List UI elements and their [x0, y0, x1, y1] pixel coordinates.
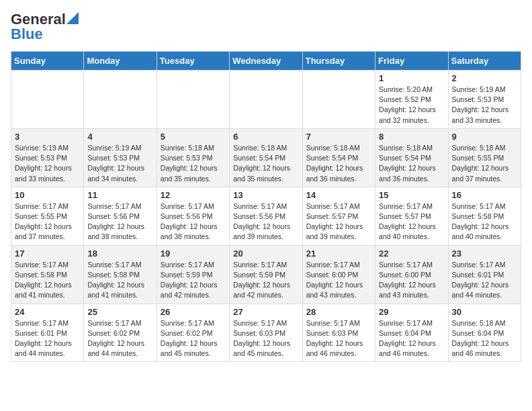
day-number: 9 — [452, 132, 517, 142]
day-number: 6 — [233, 132, 298, 142]
calendar-cell: 12Sunrise: 5:17 AMSunset: 5:56 PMDayligh… — [157, 187, 229, 245]
day-number: 26 — [161, 307, 226, 317]
calendar-body: 1Sunrise: 5:20 AMSunset: 5:52 PMDaylight… — [11, 71, 521, 362]
day-number: 8 — [379, 132, 444, 142]
day-info: Sunrise: 5:17 AMSunset: 5:58 PMDaylight:… — [15, 260, 80, 301]
day-info: Sunrise: 5:17 AMSunset: 6:02 PMDaylight:… — [161, 318, 226, 359]
calendar-cell: 20Sunrise: 5:17 AMSunset: 5:59 PMDayligh… — [230, 245, 302, 304]
day-number: 5 — [161, 132, 226, 142]
day-number: 7 — [306, 132, 371, 142]
calendar-cell: 1Sunrise: 5:20 AMSunset: 5:52 PMDaylight… — [375, 71, 448, 129]
day-number: 17 — [15, 248, 80, 259]
day-info: Sunrise: 5:17 AMSunset: 5:57 PMDaylight:… — [306, 201, 371, 242]
day-number: 20 — [233, 248, 298, 259]
calendar-cell: 8Sunrise: 5:18 AMSunset: 5:54 PMDaylight… — [375, 128, 448, 187]
day-info: Sunrise: 5:17 AMSunset: 5:56 PMDaylight:… — [161, 201, 226, 242]
weekday-header: Thursday — [302, 52, 375, 71]
day-number: 16 — [452, 190, 517, 200]
logo-blue: Blue — [11, 26, 43, 43]
calendar-cell — [302, 71, 375, 129]
svg-marker-0 — [66, 12, 79, 24]
day-number: 27 — [233, 307, 298, 317]
calendar-cell: 16Sunrise: 5:17 AMSunset: 5:58 PMDayligh… — [448, 187, 521, 245]
day-info: Sunrise: 5:17 AMSunset: 6:03 PMDaylight:… — [306, 318, 371, 359]
logo-icon — [66, 12, 79, 24]
calendar-cell: 21Sunrise: 5:17 AMSunset: 6:00 PMDayligh… — [302, 245, 375, 304]
day-number: 25 — [87, 307, 152, 317]
day-info: Sunrise: 5:17 AMSunset: 5:59 PMDaylight:… — [161, 260, 226, 301]
calendar-cell: 29Sunrise: 5:17 AMSunset: 6:04 PMDayligh… — [375, 304, 448, 362]
day-number: 3 — [15, 132, 80, 142]
day-number: 21 — [306, 248, 371, 259]
day-number: 29 — [379, 307, 444, 317]
day-info: Sunrise: 5:17 AMSunset: 6:04 PMDaylight:… — [379, 318, 444, 359]
calendar-cell — [84, 71, 157, 129]
calendar-cell: 19Sunrise: 5:17 AMSunset: 5:59 PMDayligh… — [157, 245, 229, 304]
calendar-cell: 25Sunrise: 5:17 AMSunset: 6:02 PMDayligh… — [84, 304, 157, 362]
day-info: Sunrise: 5:18 AMSunset: 5:55 PMDaylight:… — [452, 143, 517, 184]
calendar-cell: 2Sunrise: 5:19 AMSunset: 5:53 PMDaylight… — [448, 71, 521, 129]
day-info: Sunrise: 5:19 AMSunset: 5:53 PMDaylight:… — [15, 143, 80, 184]
day-info: Sunrise: 5:17 AMSunset: 5:55 PMDaylight:… — [15, 201, 80, 242]
calendar-cell: 9Sunrise: 5:18 AMSunset: 5:55 PMDaylight… — [448, 128, 521, 187]
day-number: 15 — [379, 190, 444, 200]
day-number: 18 — [87, 248, 152, 259]
calendar-week-row: 17Sunrise: 5:17 AMSunset: 5:58 PMDayligh… — [11, 245, 521, 304]
day-number: 1 — [379, 73, 444, 83]
day-info: Sunrise: 5:17 AMSunset: 5:56 PMDaylight:… — [87, 201, 152, 242]
day-info: Sunrise: 5:19 AMSunset: 5:53 PMDaylight:… — [87, 143, 152, 184]
calendar-cell: 17Sunrise: 5:17 AMSunset: 5:58 PMDayligh… — [11, 245, 84, 304]
day-info: Sunrise: 5:18 AMSunset: 5:54 PMDaylight:… — [233, 143, 298, 184]
calendar-cell: 23Sunrise: 5:17 AMSunset: 6:01 PMDayligh… — [448, 245, 521, 304]
calendar-cell: 10Sunrise: 5:17 AMSunset: 5:55 PMDayligh… — [11, 187, 84, 245]
day-number: 23 — [452, 248, 517, 259]
logo: General Blue — [11, 11, 79, 43]
calendar-cell: 15Sunrise: 5:17 AMSunset: 5:57 PMDayligh… — [375, 187, 448, 245]
day-info: Sunrise: 5:17 AMSunset: 6:00 PMDaylight:… — [306, 260, 371, 301]
calendar-cell: 28Sunrise: 5:17 AMSunset: 6:03 PMDayligh… — [302, 304, 375, 362]
weekday-header: Sunday — [11, 52, 84, 71]
day-number: 4 — [87, 132, 152, 142]
weekday-header: Wednesday — [230, 52, 302, 71]
day-info: Sunrise: 5:17 AMSunset: 6:00 PMDaylight:… — [379, 260, 444, 301]
day-info: Sunrise: 5:17 AMSunset: 5:56 PMDaylight:… — [233, 201, 298, 242]
weekday-header: Saturday — [448, 52, 521, 71]
day-info: Sunrise: 5:17 AMSunset: 6:01 PMDaylight:… — [15, 318, 80, 359]
day-number: 2 — [452, 73, 517, 83]
weekday-header: Monday — [84, 52, 157, 71]
day-info: Sunrise: 5:18 AMSunset: 6:04 PMDaylight:… — [452, 318, 517, 359]
calendar-cell: 3Sunrise: 5:19 AMSunset: 5:53 PMDaylight… — [11, 128, 84, 187]
calendar-table: SundayMondayTuesdayWednesdayThursdayFrid… — [11, 51, 521, 362]
calendar-cell: 7Sunrise: 5:18 AMSunset: 5:54 PMDaylight… — [302, 128, 375, 187]
day-number: 28 — [306, 307, 371, 317]
calendar-week-row: 3Sunrise: 5:19 AMSunset: 5:53 PMDaylight… — [11, 128, 521, 187]
day-info: Sunrise: 5:17 AMSunset: 5:58 PMDaylight:… — [87, 260, 152, 301]
day-info: Sunrise: 5:17 AMSunset: 5:57 PMDaylight:… — [379, 201, 444, 242]
calendar-cell: 11Sunrise: 5:17 AMSunset: 5:56 PMDayligh… — [84, 187, 157, 245]
calendar-cell — [11, 71, 84, 129]
day-info: Sunrise: 5:19 AMSunset: 5:53 PMDaylight:… — [452, 85, 517, 126]
calendar-cell: 30Sunrise: 5:18 AMSunset: 6:04 PMDayligh… — [448, 304, 521, 362]
calendar-cell: 4Sunrise: 5:19 AMSunset: 5:53 PMDaylight… — [84, 128, 157, 187]
day-info: Sunrise: 5:17 AMSunset: 5:59 PMDaylight:… — [233, 260, 298, 301]
day-info: Sunrise: 5:17 AMSunset: 6:03 PMDaylight:… — [233, 318, 298, 359]
weekday-header: Friday — [375, 52, 448, 71]
day-number: 13 — [233, 190, 298, 200]
calendar-week-row: 24Sunrise: 5:17 AMSunset: 6:01 PMDayligh… — [11, 304, 521, 362]
calendar-cell: 13Sunrise: 5:17 AMSunset: 5:56 PMDayligh… — [230, 187, 302, 245]
calendar-cell: 27Sunrise: 5:17 AMSunset: 6:03 PMDayligh… — [230, 304, 302, 362]
calendar-cell: 24Sunrise: 5:17 AMSunset: 6:01 PMDayligh… — [11, 304, 84, 362]
calendar-cell: 22Sunrise: 5:17 AMSunset: 6:00 PMDayligh… — [375, 245, 448, 304]
day-number: 10 — [15, 190, 80, 200]
day-number: 14 — [306, 190, 371, 200]
calendar-header-row: SundayMondayTuesdayWednesdayThursdayFrid… — [11, 52, 521, 71]
calendar-week-row: 1Sunrise: 5:20 AMSunset: 5:52 PMDaylight… — [11, 71, 521, 129]
weekday-header: Tuesday — [157, 52, 229, 71]
day-info: Sunrise: 5:17 AMSunset: 6:01 PMDaylight:… — [452, 260, 517, 301]
calendar-cell: 18Sunrise: 5:17 AMSunset: 5:58 PMDayligh… — [84, 245, 157, 304]
day-number: 24 — [15, 307, 80, 317]
page-header: General Blue — [11, 11, 521, 43]
day-info: Sunrise: 5:18 AMSunset: 5:54 PMDaylight:… — [306, 143, 371, 184]
day-info: Sunrise: 5:18 AMSunset: 5:53 PMDaylight:… — [161, 143, 226, 184]
calendar-cell: 6Sunrise: 5:18 AMSunset: 5:54 PMDaylight… — [230, 128, 302, 187]
